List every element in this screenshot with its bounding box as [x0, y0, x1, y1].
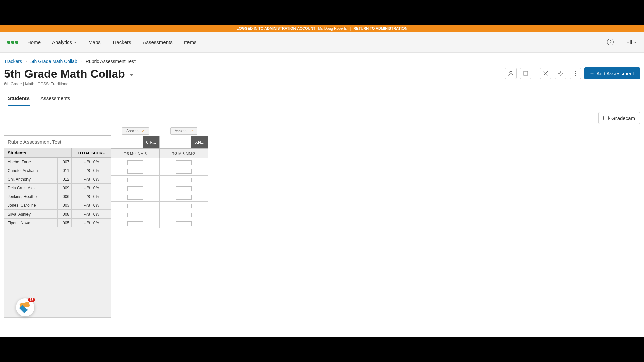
- floating-help-widget[interactable]: 13: [16, 298, 34, 316]
- score-input[interactable]: [130, 169, 143, 174]
- student-total-score: --/80%: [72, 184, 111, 192]
- tab-students[interactable]: Students: [8, 95, 30, 106]
- return-to-admin-link[interactable]: RETURN TO ADMINISTRATION: [353, 26, 407, 31]
- student-id: 005: [58, 219, 72, 227]
- score-input[interactable]: [130, 195, 143, 200]
- gradecam-button[interactable]: Gradecam: [598, 112, 640, 124]
- score-cell[interactable]: [111, 184, 160, 193]
- notification-badge: 13: [28, 298, 35, 302]
- nav-assessments[interactable]: Assessments: [143, 39, 173, 45]
- score-input[interactable]: [130, 204, 143, 208]
- app-logo[interactable]: [7, 41, 18, 44]
- score-input[interactable]: [178, 204, 192, 208]
- assessment-name-header: Rubric Assessment Test: [4, 135, 111, 148]
- chevron-down-icon: [130, 74, 134, 76]
- tab-assessments[interactable]: Assessments: [40, 95, 70, 106]
- score-input[interactable]: [178, 213, 192, 217]
- add-assessment-button[interactable]: + Add Assessment: [584, 67, 640, 79]
- column-stats: T:3 M:3 NM:2: [160, 149, 208, 158]
- score-cell[interactable]: [111, 167, 160, 176]
- score-input[interactable]: [178, 186, 192, 191]
- score-input[interactable]: [178, 169, 192, 174]
- score-cell[interactable]: [111, 176, 160, 184]
- export-icon: ↗: [141, 129, 145, 133]
- student-total-score: --/80%: [72, 158, 111, 166]
- student-row[interactable]: Tiponi, Nova005--/80%: [4, 219, 111, 227]
- nav-analytics[interactable]: Analytics: [52, 39, 77, 45]
- score-input[interactable]: [178, 160, 192, 165]
- score-cell[interactable]: [160, 219, 208, 228]
- admin-banner: LOGGED IN TO ADMINISTRATION ACCOUNT : Mr…: [0, 25, 644, 32]
- score-cell[interactable]: [160, 184, 208, 193]
- student-total-score: --/80%: [72, 192, 111, 201]
- page-subtitle: 6th Grade | Math | CCSS: Traditional: [4, 82, 134, 86]
- content-tabs: Students Assessments: [0, 86, 644, 106]
- more-menu-button[interactable]: [570, 68, 581, 79]
- score-cell[interactable]: [111, 210, 160, 219]
- settings-icon-button[interactable]: [555, 68, 566, 79]
- svg-rect-1: [524, 71, 528, 75]
- crumb-parent[interactable]: 5th Grade Math Collab: [30, 59, 77, 64]
- svg-point-3: [560, 73, 561, 74]
- score-cell[interactable]: [160, 167, 208, 176]
- score-input[interactable]: [130, 213, 143, 217]
- student-id: 003: [58, 201, 72, 210]
- score-cell[interactable]: [111, 219, 160, 228]
- chevron-down-icon: [74, 42, 77, 43]
- crumb-trackers[interactable]: Trackers: [4, 59, 22, 64]
- help-icon[interactable]: ?: [607, 39, 614, 45]
- tools-icon-button[interactable]: [540, 68, 551, 79]
- standard-tag[interactable]: 6.N...: [191, 136, 208, 149]
- score-input[interactable]: [130, 221, 143, 226]
- nav-maps[interactable]: Maps: [88, 39, 101, 45]
- assess-button[interactable]: Assess↗: [170, 127, 197, 135]
- score-input[interactable]: [178, 221, 192, 226]
- score-cell[interactable]: [111, 193, 160, 202]
- crumb-current: Rubric Assessment Test: [86, 59, 136, 64]
- standard-tag[interactable]: 6.R...: [143, 136, 160, 149]
- score-input[interactable]: [178, 178, 192, 182]
- student-row[interactable]: Jones, Caroline003--/80%: [4, 201, 111, 210]
- nav-trackers[interactable]: Trackers: [112, 39, 131, 45]
- score-input[interactable]: [178, 195, 192, 200]
- score-cell[interactable]: [160, 210, 208, 219]
- score-cell[interactable]: [111, 158, 160, 167]
- student-row[interactable]: Silva, Ashley008--/80%: [4, 210, 111, 219]
- user-icon-button[interactable]: [505, 68, 517, 79]
- panel-icon-button[interactable]: [520, 68, 531, 79]
- score-cell[interactable]: [111, 202, 160, 210]
- assess-button[interactable]: Assess↗: [122, 127, 149, 135]
- student-total-score: --/80%: [72, 210, 111, 219]
- banner-user: Mr. Doug Roberts: [318, 26, 347, 31]
- user-menu[interactable]: Eli: [620, 37, 637, 47]
- student-id: 008: [58, 210, 72, 219]
- camera-icon: [603, 116, 609, 120]
- score-grid: Rubric Assessment Test Students TOTAL SC…: [0, 127, 644, 318]
- page-title[interactable]: 5th Grade Math Collab: [4, 67, 134, 80]
- score-cell[interactable]: [160, 158, 208, 167]
- score-cell[interactable]: [160, 193, 208, 202]
- score-input[interactable]: [130, 160, 143, 165]
- score-cell[interactable]: [160, 202, 208, 210]
- student-row[interactable]: Jenkins, Heather006--/80%: [4, 192, 111, 201]
- student-id: 007: [58, 158, 72, 166]
- nav-home[interactable]: Home: [27, 39, 41, 45]
- student-name: Abebe, Zane: [4, 158, 58, 166]
- student-total-score: --/80%: [72, 219, 111, 227]
- student-total-score: --/80%: [72, 201, 111, 210]
- banner-prefix: LOGGED IN TO ADMINISTRATION ACCOUNT: [237, 26, 316, 31]
- plus-icon: +: [590, 70, 594, 77]
- chevron-down-icon: [634, 42, 637, 43]
- student-row[interactable]: Canete, Archana011--/80%: [4, 166, 111, 175]
- student-row[interactable]: Abebe, Zane007--/80%: [4, 158, 111, 166]
- score-input[interactable]: [130, 178, 143, 182]
- score-input[interactable]: [130, 186, 143, 191]
- nav-items[interactable]: Items: [184, 39, 197, 45]
- student-total-score: --/80%: [72, 175, 111, 184]
- score-cell[interactable]: [160, 176, 208, 184]
- user-name: Eli: [626, 39, 632, 45]
- student-name: Jenkins, Heather: [4, 192, 58, 201]
- student-name: Jones, Caroline: [4, 201, 58, 210]
- student-row[interactable]: Chi, Anthony012--/80%: [4, 175, 111, 184]
- student-row[interactable]: Dela Cruz, Aleja...009--/80%: [4, 184, 111, 192]
